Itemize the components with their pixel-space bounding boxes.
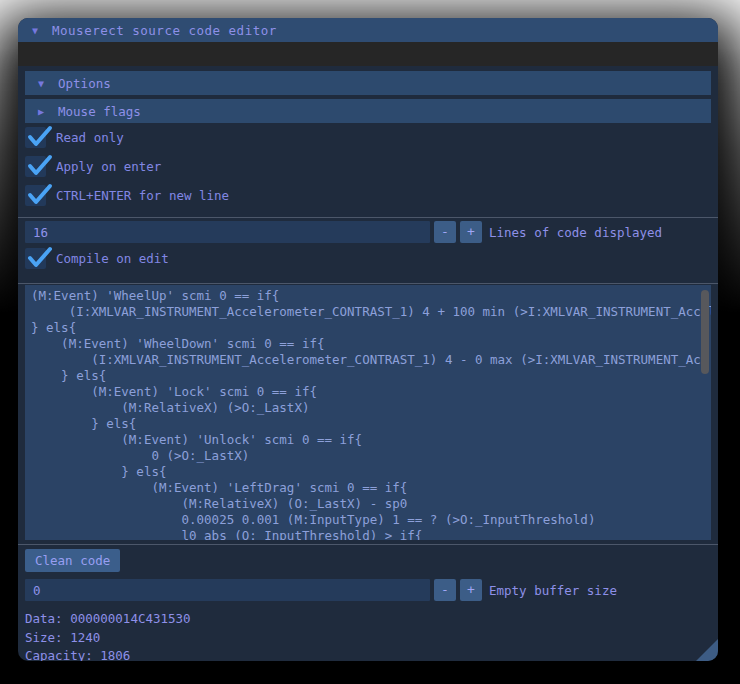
titlebar-gap [18, 42, 718, 66]
capacity-value: 1806 [100, 648, 130, 661]
capacity-label: Capacity: [25, 648, 93, 661]
separator [18, 283, 718, 284]
size-line: Size: 1240 [25, 629, 711, 648]
checkbox-label: CTRL+ENTER for new line [56, 185, 229, 206]
size-value: 1240 [70, 630, 100, 645]
lines-of-code-label: Lines of code displayed [489, 225, 662, 240]
collapse-triangle-icon: ▼ [32, 24, 38, 35]
checkbox-compile-on-edit[interactable]: Compile on edit [25, 248, 711, 277]
checkbox-box[interactable] [25, 248, 46, 269]
size-label: Size: [25, 630, 63, 645]
mouserect-editor-window: ▼ Mouserect source code editor ▼ Options… [18, 18, 718, 661]
section-header-options[interactable]: ▼ Options [25, 71, 711, 95]
checkmark-icon [26, 182, 52, 208]
code-editor[interactable]: (M:Event) 'WheelUp' scmi 0 == if{ (I:XML… [25, 285, 711, 540]
increment-button[interactable]: + [460, 579, 482, 601]
section-label: Mouse flags [58, 104, 141, 119]
capacity-line: Capacity: 1806 [25, 647, 711, 661]
clean-code-button[interactable]: Clean code [25, 549, 120, 572]
checkbox-ctrl-enter-new-line[interactable]: CTRL+ENTER for new line [25, 185, 711, 214]
resize-grip[interactable] [696, 639, 718, 661]
window-titlebar[interactable]: ▼ Mouserect source code editor [18, 18, 718, 42]
collapsed-triangle-icon: ▶ [38, 105, 44, 116]
checkbox-label: Read only [56, 127, 124, 148]
checkmark-icon [26, 153, 52, 179]
decrement-button[interactable]: - [434, 579, 456, 601]
expand-triangle-icon: ▼ [38, 77, 44, 88]
empty-buffer-label: Empty buffer size [489, 583, 617, 598]
code-editor-text[interactable]: (M:Event) 'WheelUp' scmi 0 == if{ (I:XML… [25, 285, 711, 540]
empty-buffer-row: - + Empty buffer size [25, 579, 711, 601]
buffer-info: Data: 000000014C431530 Size: 1240 Capaci… [25, 610, 711, 661]
checkbox-box[interactable] [25, 127, 46, 148]
checkmark-icon [26, 124, 52, 150]
checkmark-icon [26, 245, 52, 271]
decrement-button[interactable]: - [434, 221, 456, 243]
data-value: 000000014C431530 [70, 611, 190, 626]
panel-content: ▼ Options ▶ Mouse flags Read only Apply … [18, 66, 718, 661]
separator [18, 544, 718, 545]
lines-of-code-row: - + Lines of code displayed [25, 221, 711, 243]
checkbox-label: Apply on enter [56, 156, 161, 177]
empty-buffer-input[interactable] [25, 579, 430, 601]
checkbox-box[interactable] [25, 185, 46, 206]
section-label: Options [58, 76, 111, 91]
scrollbar-thumb[interactable] [701, 290, 709, 374]
window-title: Mouserect source code editor [52, 23, 277, 38]
separator [18, 217, 718, 218]
increment-button[interactable]: + [460, 221, 482, 243]
checkbox-apply-on-enter[interactable]: Apply on enter [25, 156, 711, 185]
section-header-mouse-flags[interactable]: ▶ Mouse flags [25, 99, 711, 123]
checkbox-read-only[interactable]: Read only [25, 127, 711, 156]
data-address-line: Data: 000000014C431530 [25, 610, 711, 629]
checkbox-box[interactable] [25, 156, 46, 177]
checkbox-label: Compile on edit [56, 248, 169, 269]
data-label: Data: [25, 611, 63, 626]
lines-of-code-input[interactable] [25, 221, 430, 243]
